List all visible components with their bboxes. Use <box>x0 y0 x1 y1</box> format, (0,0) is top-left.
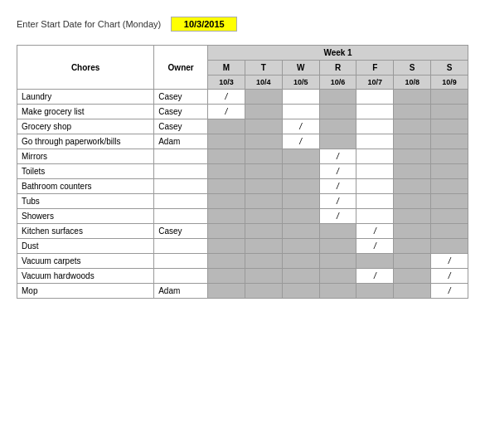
day-header-cell: S <box>394 61 431 75</box>
chore-cell <box>208 164 245 179</box>
date-subheader-cell: 10/7 <box>356 75 394 90</box>
chore-cell <box>394 209 431 224</box>
table-row: Make grocery listCasey/ <box>17 105 468 119</box>
table-row: Vacuum hardwoods// <box>17 269 468 284</box>
table-row: Mirrors/ <box>17 149 468 164</box>
chore-cell <box>394 224 431 239</box>
chore-cell <box>245 254 282 269</box>
chore-cell: / <box>208 105 245 119</box>
chore-owner: Casey <box>154 105 208 119</box>
chore-cell <box>319 224 356 239</box>
chore-name: Dust <box>17 239 154 254</box>
chore-cell <box>431 164 468 179</box>
chore-cell: / <box>431 284 468 299</box>
chore-cell <box>208 239 245 254</box>
chore-cell <box>245 239 282 254</box>
chore-owner <box>154 269 208 284</box>
owner-header: Owner <box>154 46 208 90</box>
chore-cell <box>431 239 468 254</box>
chore-owner <box>154 179 208 194</box>
header-section: Enter Start Date for Chart (Monday) 10/3… <box>17 17 468 32</box>
chore-cell <box>394 239 431 254</box>
chore-cell: / <box>431 254 468 269</box>
chore-cell <box>394 179 431 194</box>
chores-table: Chores Owner Week 1 MTWRFSS 10/310/410/5… <box>17 45 468 299</box>
chore-cell <box>245 90 282 105</box>
chore-cell <box>245 164 282 179</box>
chore-cell <box>394 284 431 299</box>
chore-cell <box>208 209 245 224</box>
chore-cell <box>394 134 431 149</box>
chore-cell: / <box>319 164 356 179</box>
chore-cell <box>282 254 319 269</box>
chore-owner <box>154 254 208 269</box>
table-row: Grocery shopCasey/ <box>17 119 468 134</box>
date-input[interactable]: 10/3/2015 <box>171 17 237 32</box>
chore-name: Laundry <box>17 90 154 105</box>
week-header: Week 1 <box>208 46 468 61</box>
day-header-cell: M <box>208 61 245 75</box>
table-row: Tubs/ <box>17 194 468 209</box>
chore-cell: / <box>319 149 356 164</box>
date-subheader-cell: 10/3 <box>208 75 245 90</box>
chore-owner: Adam <box>154 134 208 149</box>
chore-cell <box>356 105 394 119</box>
chore-cell: / <box>356 224 394 239</box>
chore-cell <box>245 119 282 134</box>
week-header-row: Chores Owner Week 1 <box>17 46 468 61</box>
chore-cell <box>431 134 468 149</box>
chore-cell <box>431 194 468 209</box>
table-row: MopAdam/ <box>17 284 468 299</box>
chore-name: Vacuum hardwoods <box>17 269 154 284</box>
chore-owner: Adam <box>154 284 208 299</box>
chore-name: Toilets <box>17 164 154 179</box>
chore-cell <box>394 90 431 105</box>
chore-cell <box>319 90 356 105</box>
chore-cell <box>394 119 431 134</box>
chore-owner <box>154 164 208 179</box>
table-row: Vacuum carpets/ <box>17 254 468 269</box>
chore-cell <box>394 194 431 209</box>
chore-cell: / <box>431 269 468 284</box>
chore-owner <box>154 209 208 224</box>
table-row: Bathroom counters/ <box>17 179 468 194</box>
chore-cell: / <box>319 194 356 209</box>
chore-owner: Casey <box>154 119 208 134</box>
chore-name: Tubs <box>17 194 154 209</box>
chore-cell <box>394 149 431 164</box>
chore-cell <box>319 239 356 254</box>
header-label: Enter Start Date for Chart (Monday) <box>17 19 161 29</box>
chore-cell: / <box>208 90 245 105</box>
chore-cell <box>208 179 245 194</box>
chore-name: Bathroom counters <box>17 179 154 194</box>
chore-cell <box>431 149 468 164</box>
chore-cell <box>282 224 319 239</box>
chore-cell <box>282 209 319 224</box>
chore-cell <box>356 194 394 209</box>
chore-cell <box>319 254 356 269</box>
date-subheader-cell: 10/4 <box>245 75 282 90</box>
chore-cell <box>282 90 319 105</box>
chore-cell <box>356 209 394 224</box>
chore-cell <box>208 284 245 299</box>
chore-name: Make grocery list <box>17 105 154 119</box>
chore-owner <box>154 194 208 209</box>
chore-cell <box>282 269 319 284</box>
chore-cell <box>431 119 468 134</box>
chore-name: Showers <box>17 209 154 224</box>
chore-cell <box>356 134 394 149</box>
chore-cell <box>245 269 282 284</box>
chore-cell <box>208 194 245 209</box>
table-row: Showers/ <box>17 209 468 224</box>
date-subheader-cell: 10/8 <box>394 75 431 90</box>
date-subheader-cell: 10/6 <box>319 75 356 90</box>
day-header-cell: R <box>319 61 356 75</box>
chore-cell <box>356 254 394 269</box>
chore-cell <box>282 105 319 119</box>
day-header-cell: T <box>245 61 282 75</box>
chore-cell: / <box>282 134 319 149</box>
chore-owner <box>154 149 208 164</box>
table-row: Toilets/ <box>17 164 468 179</box>
chore-name: Grocery shop <box>17 119 154 134</box>
chore-cell <box>319 269 356 284</box>
